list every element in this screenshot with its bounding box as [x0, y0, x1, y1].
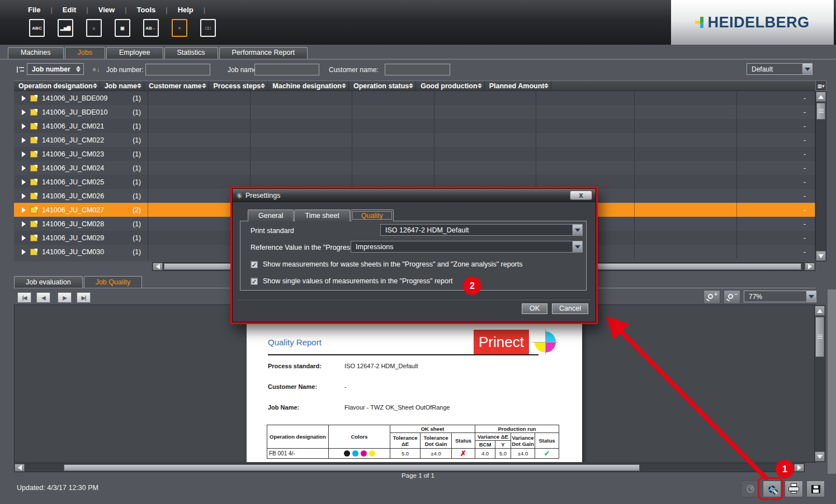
bottom-tab[interactable]: Job Quality: [84, 276, 143, 288]
141006_JU_CM022[interactable]: 141006_JU_CM022 (1) -: [14, 133, 815, 147]
ok-button[interactable]: OK: [522, 303, 547, 314]
scrollbar-thumb[interactable]: [64, 464, 640, 471]
menu-item[interactable]: Edit: [63, 4, 98, 15]
customer-name-input[interactable]: [385, 64, 450, 75]
menu-item[interactable]: View: [98, 4, 137, 15]
menu-item[interactable]: Help: [178, 4, 216, 15]
column-header[interactable]: Planned Amount: [485, 81, 552, 91]
scroll-down-button[interactable]: [816, 251, 826, 261]
sort-icon[interactable]: [409, 83, 413, 88]
expand-icon[interactable]: [22, 110, 26, 115]
scroll-right-button[interactable]: [805, 263, 815, 270]
column-header[interactable]: Good production: [416, 81, 484, 91]
main-tab[interactable]: Statistics: [164, 47, 218, 59]
column-header[interactable]: Operation status: [349, 81, 416, 91]
preset-select[interactable]: Default: [747, 63, 813, 75]
zoom-in-button[interactable]: +: [703, 290, 720, 304]
expand-icon[interactable]: [22, 179, 26, 185]
cancel-button[interactable]: Cancel: [552, 303, 588, 314]
sort-direction-icon[interactable]: ↓: [93, 65, 100, 73]
scroll-left-button[interactable]: [15, 464, 25, 472]
141006_JU_CM021[interactable]: 141006_JU_CM021 (1) -: [14, 119, 815, 133]
hierarchy-icon[interactable]: [17, 66, 25, 73]
job-report-icon[interactable]: ABC: [29, 19, 45, 37]
scrollbar-thumb[interactable]: [815, 317, 824, 357]
checkbox-checked[interactable]: [251, 261, 258, 268]
preview-horizontal-scrollbar[interactable]: [14, 463, 805, 472]
scroll-down-button[interactable]: [815, 451, 825, 462]
dialog-tab[interactable]: General: [248, 210, 294, 221]
job-number-input[interactable]: [145, 64, 210, 75]
machine-icon[interactable]: ▣: [115, 19, 130, 37]
single-values-checkbox-row[interactable]: Show single values of measurements in th…: [251, 277, 453, 285]
expand-icon[interactable]: [22, 235, 26, 241]
dropdown-arrow-icon[interactable]: [806, 291, 816, 302]
main-tab[interactable]: Performance Report: [219, 47, 308, 59]
scroll-left-button[interactable]: [153, 263, 163, 270]
dialog-title-bar[interactable]: ✳ Presettings X: [233, 189, 596, 202]
column-header[interactable]: Machine designation: [268, 81, 349, 91]
column-header[interactable]: Process steps: [209, 81, 268, 91]
first-page-button[interactable]: |◀: [17, 292, 31, 303]
dropdown-arrow-icon[interactable]: [802, 64, 812, 74]
dialog-tab[interactable]: Time sheet: [294, 210, 349, 221]
zoom-level-select[interactable]: 77%: [744, 291, 816, 302]
menu-item[interactable]: File: [28, 4, 63, 15]
scrollbar-thumb[interactable]: [816, 103, 825, 120]
reference-value-select[interactable]: Impressions: [351, 241, 583, 253]
sort-icon[interactable]: [342, 83, 346, 88]
expand-icon[interactable]: [22, 207, 26, 213]
scroll-up-button[interactable]: [816, 92, 826, 102]
dialog-tab[interactable]: Quality: [351, 210, 394, 221]
expand-icon[interactable]: [22, 123, 26, 129]
previous-page-button[interactable]: ◀: [36, 292, 50, 303]
expand-icon[interactable]: [22, 151, 26, 157]
sort-icon[interactable]: [202, 83, 206, 88]
workstation-settings-icon[interactable]: ☼: [86, 19, 102, 37]
preview-vertical-scrollbar[interactable]: [814, 305, 825, 462]
waste-sheets-checkbox-row[interactable]: Show measurements for waste sheets in th…: [251, 260, 523, 268]
sort-icon[interactable]: [137, 83, 141, 88]
last-page-button[interactable]: ▶|: [77, 292, 91, 303]
column-header[interactable]: Customer name: [144, 81, 209, 91]
spinner-icon[interactable]: [76, 66, 83, 72]
main-tab[interactable]: Machines: [8, 47, 64, 59]
zoom-out-button[interactable]: −: [724, 290, 740, 304]
column-header[interactable]: Job name: [100, 81, 144, 91]
job-name-input[interactable]: [254, 64, 319, 75]
dropdown-arrow-icon[interactable]: [572, 225, 582, 235]
141006_JU_BDE009[interactable]: 141006_JU_BDE009 (1) -: [14, 91, 815, 105]
table-vertical-scrollbar[interactable]: [815, 91, 826, 261]
141006_JU_BDE010[interactable]: 141006_JU_BDE010 (1) -: [14, 105, 815, 119]
performance-report-icon[interactable]: ≈: [172, 19, 187, 37]
dropdown-arrow-icon[interactable]: [572, 241, 582, 252]
sort-icon[interactable]: [478, 83, 482, 88]
column-header[interactable]: Operation designation: [14, 81, 100, 91]
main-tab[interactable]: Employee: [106, 47, 163, 59]
expand-icon[interactable]: [22, 193, 26, 199]
sort-field-select[interactable]: Job number: [27, 63, 84, 75]
refresh-button[interactable]: [741, 481, 759, 497]
next-page-button[interactable]: ▶: [58, 292, 72, 303]
job-import-icon[interactable]: AB←: [143, 19, 159, 37]
network-report-icon[interactable]: □□: [200, 19, 216, 37]
bottom-tab[interactable]: Job evaluation: [14, 276, 83, 288]
141006_JU_CM023[interactable]: 141006_JU_CM023 (1) -: [14, 147, 815, 161]
expand-icon[interactable]: [22, 221, 26, 227]
scroll-right-button[interactable]: [794, 464, 804, 472]
column-config-button[interactable]: ▦▾: [815, 80, 826, 91]
sort-icon[interactable]: [261, 83, 265, 88]
print-button[interactable]: [785, 481, 803, 497]
141006_JU_CM024[interactable]: 141006_JU_CM024 (1) -: [14, 161, 815, 175]
scroll-up-button[interactable]: [815, 306, 825, 316]
close-button[interactable]: X: [570, 191, 592, 200]
save-button[interactable]: [806, 481, 825, 497]
sort-icon[interactable]: [93, 83, 97, 88]
checkbox-checked[interactable]: [251, 278, 258, 285]
expand-icon[interactable]: [22, 137, 26, 143]
sort-icon[interactable]: [544, 83, 549, 88]
print-standard-select[interactable]: ISO 12647-2 HDM_Default: [380, 224, 583, 236]
expand-icon[interactable]: [22, 165, 26, 171]
expand-icon[interactable]: [22, 249, 26, 255]
bar-chart-icon[interactable]: ▂▅▇: [58, 19, 73, 37]
